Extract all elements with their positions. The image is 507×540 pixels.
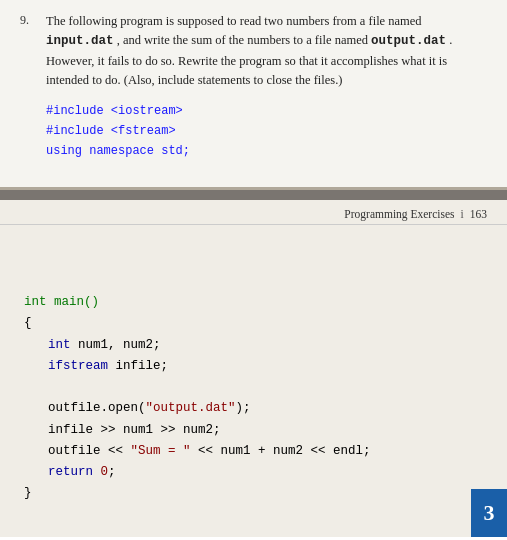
using-line: using namespace std; [46,144,190,158]
input-file-ref: input.dat [46,34,114,48]
page-label: Programming Exercises [344,208,454,220]
top-spacer [0,225,507,280]
question-text: The following program is supposed to rea… [46,12,487,162]
brace-close: } [24,483,483,504]
page-top-section: 9. The following program is supposed to … [0,0,507,190]
brace-open: { [24,313,483,334]
output-file-ref: output.dat [371,34,446,48]
include1-line: #include <iostream> [46,104,183,118]
main-func-line: int main() [24,292,483,313]
page-number: 163 [470,208,487,220]
code-section-bottom: int main() { int num1, num2; ifstream in… [0,280,507,515]
page-divider [0,190,507,200]
code-line-2: ifstream infile; [24,356,483,377]
page-separator: i [461,208,464,220]
var-decl: num1, num2; [78,338,161,352]
code-block-top: #include <iostream> #include <fstream> u… [46,101,487,162]
question-block: 9. The following program is supposed to … [20,12,487,162]
code-line-4: outfile.open("output.dat"); [24,398,483,419]
code-line-7: return 0; [24,462,483,483]
page-header: Programming Exercises i 163 [0,200,507,225]
int-keyword: int [48,338,71,352]
page-bottom-section: Programming Exercises i 163 int main() {… [0,200,507,537]
include2-line: #include <fstream> [46,124,176,138]
ifstream-keyword: ifstream [48,359,108,373]
blank-line [24,377,483,398]
infile-var: infile; [116,359,169,373]
code-line-6: outfile << "Sum = " << num1 + num2 << en… [24,441,483,462]
corner-badge: 3 [471,489,507,537]
question-text-part1: The following program is supposed to rea… [46,14,422,28]
question-text-part2: , and write the sum of the numbers to a … [117,33,368,47]
code-line-1: int num1, num2; [24,335,483,356]
code-line-5: infile >> num1 >> num2; [24,420,483,441]
question-number: 9. [20,12,38,162]
